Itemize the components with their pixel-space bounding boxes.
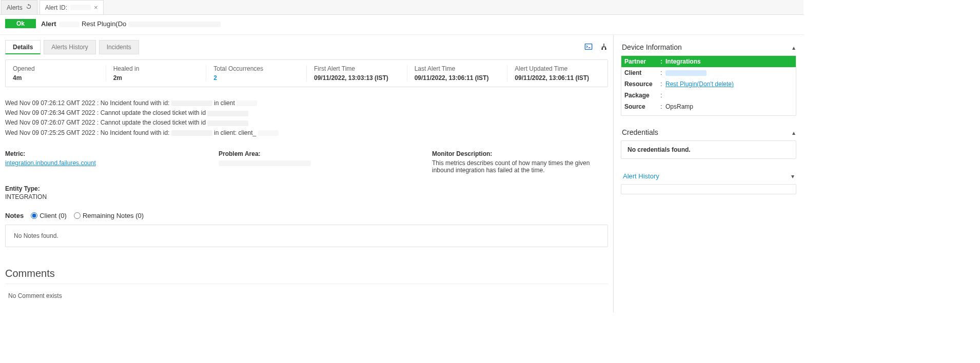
summary-healed: Healed in 2m <box>106 65 207 82</box>
redacted <box>171 130 212 136</box>
close-icon[interactable]: × <box>94 4 98 11</box>
redacted <box>70 5 91 10</box>
tab-alert-id-label: Alert ID: <box>45 4 67 11</box>
summary-occurrences: Total Occurrences 2 <box>206 65 307 82</box>
tab-incidents[interactable]: Incidents <box>99 40 139 54</box>
summary-opened: Opened 4m <box>6 65 106 82</box>
notes-bar: Notes Client (0) Remaining Notes (0) <box>5 212 608 219</box>
chevron-up-icon[interactable] <box>792 128 795 136</box>
summary-opened-value: 4m <box>13 74 99 82</box>
tab-alerts[interactable]: Alerts <box>1 0 37 14</box>
redacted <box>59 22 80 27</box>
summary-last-time: Last Alert Time 09/11/2022, 13:06:11 (IS… <box>407 65 508 82</box>
refresh-icon[interactable] <box>26 4 32 11</box>
notes-radio-remaining[interactable]: Remaining Notes (0) <box>74 212 144 219</box>
chevron-up-icon[interactable] <box>792 43 795 51</box>
notes-radio-client[interactable]: Client (0) <box>31 212 67 219</box>
notes-empty: No Notes found. <box>14 232 58 239</box>
device-info-partner-value[interactable]: Integrations <box>665 58 701 65</box>
problem-area-label: Problem Area: <box>219 150 411 157</box>
problem-area-block: Problem Area: <box>219 150 411 174</box>
monitor-desc-value: This metrics describes count of how many… <box>432 159 608 174</box>
device-info-resource-row: Resource : Rest Plugin(Don't delete) <box>621 78 796 90</box>
summary-grid: Opened 4m Healed in 2m Total Occurrences… <box>5 59 608 87</box>
metric-block: Metric: integration.inbound.failures.cou… <box>5 150 198 174</box>
notes-panel: No Notes found. <box>5 225 608 247</box>
device-info-package-row: Package : <box>621 90 796 101</box>
comments-body: No Comment exists <box>5 284 608 308</box>
notes-radio-remaining-label: Remaining Notes (0) <box>83 212 144 219</box>
credentials-header[interactable]: Credentials <box>621 125 796 140</box>
summary-last-time-value: 09/11/2022, 13:06:11 (IST) <box>415 74 500 82</box>
device-info-source-key: Source <box>624 103 660 110</box>
log-block: Wed Nov 09 07:26:12 GMT 2022 : No Incide… <box>5 98 608 138</box>
inner-tabs: Details Alerts History Incidents <box>5 40 608 54</box>
summary-first-time: First Alert Time 09/11/2022, 13:03:13 (I… <box>307 65 407 82</box>
log-suffix: in client: client_ <box>214 129 256 136</box>
status-definition-label: Alert <box>41 20 56 28</box>
device-info-partner-row: Partner : Integrations <box>621 56 796 67</box>
summary-occurrences-value[interactable]: 2 <box>213 74 217 82</box>
metric-link[interactable]: integration.inbound.failures.count <box>5 159 96 167</box>
summary-healed-label: Healed in <box>113 65 199 72</box>
entity-type-block: Entity Type: INTEGRATION <box>5 185 608 200</box>
status-row: Ok Alert Rest Plugin(Do <box>0 15 803 35</box>
notes-title: Notes <box>5 212 24 219</box>
top-tabs: Alerts Alert ID: × <box>0 0 803 15</box>
status-badge: Ok <box>5 19 36 28</box>
tab-alert-id[interactable]: Alert ID: × <box>40 0 104 14</box>
summary-occurrences-label: Total Occurrences <box>213 65 299 72</box>
alert-history-title: Alert History <box>623 172 659 180</box>
device-info-client-key: Client <box>624 69 660 76</box>
summary-first-time-value: 09/11/2022, 13:03:13 (IST) <box>314 74 400 82</box>
device-info-header[interactable]: Device Information <box>621 40 796 55</box>
summary-updated-time: Alert Updated Time 09/11/2022, 13:06:11 … <box>507 65 607 82</box>
summary-updated-time-value: 09/11/2022, 13:06:11 (IST) <box>515 74 600 82</box>
comments-title: Comments <box>5 268 608 284</box>
credentials-title: Credentials <box>622 128 658 136</box>
alert-history-card <box>621 184 796 194</box>
entity-type-label: Entity Type: <box>5 185 608 192</box>
device-info-client-row: Client : <box>621 67 796 78</box>
device-info-title: Device Information <box>622 43 682 51</box>
alert-history-header[interactable]: Alert History <box>621 168 796 184</box>
status-definition: Alert Rest Plugin(Do <box>41 20 221 28</box>
redacted <box>207 111 248 116</box>
redacted <box>219 160 311 166</box>
svg-rect-0 <box>585 44 592 49</box>
log-prefix: Wed Nov 09 07:26:07 GMT 2022 : Cannot up… <box>5 119 206 126</box>
status-definition-suffix: Rest Plugin(Do <box>82 20 126 28</box>
redacted <box>207 120 248 126</box>
redacted <box>171 100 212 106</box>
log-line: Wed Nov 09 07:26:34 GMT 2022 : Cannot up… <box>5 108 608 118</box>
tab-details[interactable]: Details <box>5 40 41 54</box>
device-info-resource-value[interactable]: Rest Plugin(Don't delete) <box>665 80 734 88</box>
monitor-desc-label: Monitor Description: <box>432 150 608 157</box>
log-line: Wed Nov 09 07:26:12 GMT 2022 : No Incide… <box>5 98 608 108</box>
main-panel: Details Alerts History Incidents <box>0 35 614 313</box>
redacted <box>128 22 221 27</box>
log-prefix: Wed Nov 09 07:26:34 GMT 2022 : Cannot up… <box>5 109 206 116</box>
credentials-card: No credentials found. <box>621 140 796 159</box>
summary-updated-time-label: Alert Updated Time <box>515 65 600 72</box>
tab-alerts-label: Alerts <box>7 4 23 11</box>
monitor-desc-block: Monitor Description: This metrics descri… <box>432 150 608 174</box>
chevron-down-icon[interactable] <box>791 172 794 180</box>
notes-radio-remaining-input[interactable] <box>74 212 81 219</box>
summary-first-time-label: First Alert Time <box>314 65 400 72</box>
log-prefix: Wed Nov 09 07:26:12 GMT 2022 : No Incide… <box>5 99 169 107</box>
device-info-package-key: Package <box>624 92 660 99</box>
device-info-source-row: Source : OpsRamp <box>621 101 796 112</box>
summary-last-time-label: Last Alert Time <box>415 65 500 72</box>
log-line: Wed Nov 09 07:25:25 GMT 2022 : No Incide… <box>5 128 608 138</box>
notes-radio-client-input[interactable] <box>31 212 37 219</box>
topology-icon[interactable] <box>600 43 608 52</box>
metric-label: Metric: <box>5 150 198 157</box>
redacted <box>237 100 257 106</box>
summary-healed-value: 2m <box>113 74 199 82</box>
tab-alerts-history[interactable]: Alerts History <box>44 40 95 54</box>
credentials-empty: No credentials found. <box>621 141 796 158</box>
log-line: Wed Nov 09 07:26:07 GMT 2022 : Cannot up… <box>5 118 608 128</box>
device-info-card: Partner : Integrations Client : Resource… <box>621 55 796 116</box>
terminal-icon[interactable] <box>584 43 593 52</box>
